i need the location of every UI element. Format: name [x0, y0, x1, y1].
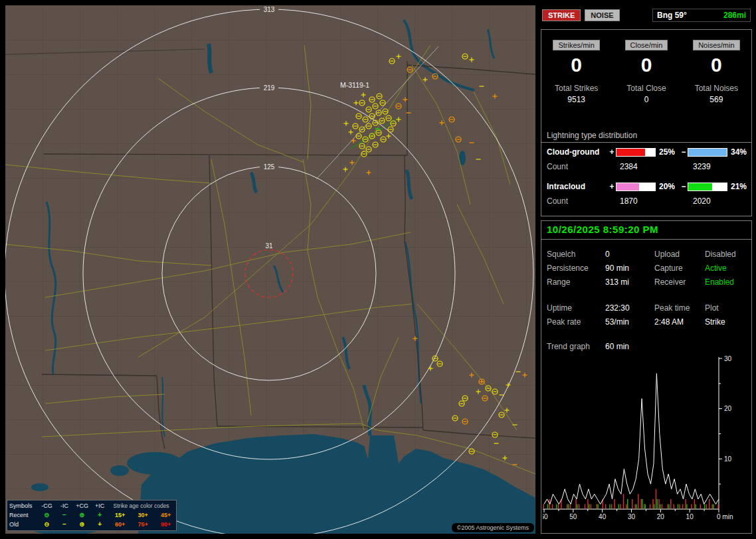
- svg-text:313: 313: [264, 6, 275, 13]
- ic-positive-count: 1870: [620, 196, 693, 206]
- recent-pos-ic-icon: +: [92, 510, 108, 519]
- status-row-squelch: Squelch 0 Upload Disabled: [541, 250, 751, 259]
- svg-text:125: 125: [264, 163, 275, 171]
- persistence-value: 90 min: [605, 264, 654, 273]
- cg-negative-pct: 34%: [727, 147, 751, 157]
- bearing-value: Bng 59°: [657, 11, 687, 20]
- peak-time-label: Peak time: [654, 303, 705, 313]
- status-row-uptime: Uptime 232:30 Peak time Plot: [541, 303, 751, 313]
- range-label: Range: [547, 277, 605, 287]
- uptime-label: Uptime: [547, 303, 605, 313]
- age-75: 75+: [132, 520, 153, 529]
- old-pos-ic-icon: +: [92, 520, 108, 528]
- trend-graph-window: 60 min: [605, 342, 629, 351]
- datetime-display: 10/26/2025 8:59:20 PM: [541, 221, 751, 240]
- squelch-value: 0: [605, 250, 654, 259]
- svg-text:30: 30: [724, 355, 732, 362]
- range-value: 313 mi: [605, 277, 654, 287]
- plus-sign: +: [608, 182, 616, 191]
- old-pos-cg-icon: ⊕: [74, 520, 90, 528]
- bearing-range-value: 286mi: [723, 11, 746, 20]
- age-45: 45+: [155, 511, 177, 520]
- top-controls: STRIKE NOISE Bng 59° 286mi: [542, 9, 751, 22]
- total-noises-label: Total Noises: [695, 84, 738, 93]
- status-row-peak-rate: Peak rate 53/min 2:48 AM Strike: [541, 317, 751, 327]
- ic-positive-pct: 20%: [656, 182, 680, 191]
- svg-text:20: 20: [724, 405, 732, 412]
- status-panel: 10/26/2025 8:59:20 PM Squelch 0 Upload D…: [541, 220, 752, 534]
- nexstorm-app: 31321912531 M-3119-1 Symbols -CG -IC +CG…: [0, 0, 756, 539]
- cg-positive-bar: [616, 148, 656, 157]
- status-row-persistence: Persistence 90 min Capture Active: [541, 264, 751, 273]
- total-strikes-value: 9513: [567, 95, 585, 104]
- capture-label: Capture: [654, 264, 705, 273]
- minus-sign: −: [680, 147, 688, 157]
- svg-text:30: 30: [628, 513, 636, 520]
- plus-sign: +: [608, 147, 616, 157]
- peak-rate-value: 53/min: [605, 317, 654, 327]
- trend-graph-label: Trend graph: [547, 342, 605, 351]
- ic-positive-bar: [616, 183, 656, 191]
- cloud-ground-counts: Count 2384 3239: [547, 162, 751, 171]
- plot-value: Strike: [705, 317, 751, 327]
- svg-text:60: 60: [543, 513, 548, 520]
- legend-recent-label: Recent: [9, 511, 37, 520]
- legend-recent-row: Recent ⊖ − ⊕ + 15+ 30+ 45+: [9, 510, 174, 520]
- intracloud-label: Intracloud: [547, 182, 608, 191]
- lake-pontchartrain: [127, 452, 183, 475]
- peak-rate-label: Peak rate: [547, 317, 605, 327]
- strikes-per-min-label: Strikes/min: [553, 40, 599, 50]
- svg-text:40: 40: [599, 513, 607, 520]
- cg-negative-count: 3239: [693, 162, 711, 171]
- strike-indicator-button[interactable]: STRIKE: [542, 9, 581, 21]
- legend-col-neg-cg: -CG: [39, 502, 55, 510]
- lightning-map[interactable]: 31321912531 M-3119-1: [5, 5, 535, 534]
- copyright-text: ©2005 Astrogenic Systems: [452, 523, 534, 532]
- minus-sign: −: [680, 182, 688, 191]
- recent-neg-cg-icon: ⊖: [39, 510, 55, 519]
- svg-text:219: 219: [264, 84, 275, 92]
- receiver-label: Receiver: [654, 277, 705, 287]
- recent-pos-cg-icon: ⊕: [74, 510, 90, 519]
- total-labels: Total Strikes Total Close Total Noises: [541, 84, 751, 93]
- close-per-min-label: Close/min: [625, 40, 668, 50]
- age-90: 90+: [155, 520, 177, 529]
- persistence-label: Persistence: [547, 264, 605, 273]
- receiver-status: Enabled: [705, 277, 751, 287]
- cloud-ground-label: Cloud-ground: [547, 147, 608, 157]
- noise-indicator-button[interactable]: NOISE: [585, 9, 619, 21]
- age-15: 15+: [110, 511, 131, 520]
- upload-status: Disabled: [705, 250, 751, 259]
- age-60: 60+: [110, 520, 131, 529]
- rate-values: 0 0 0: [541, 54, 751, 76]
- total-strikes-label: Total Strikes: [555, 84, 598, 93]
- old-neg-ic-icon: −: [56, 520, 72, 528]
- svg-text:0 min: 0 min: [717, 513, 733, 520]
- legend-col-pos-ic: +IC: [92, 502, 108, 510]
- upload-label: Upload: [654, 250, 705, 259]
- ic-negative-count: 2020: [693, 196, 711, 206]
- legend-old-row: Old ⊖ − ⊕ + 60+ 75+ 90+: [9, 520, 174, 529]
- distribution-title: Lightning type distribution: [547, 131, 751, 140]
- map-area[interactable]: 31321912531 M-3119-1 Symbols -CG -IC +CG…: [5, 5, 535, 534]
- svg-text:10: 10: [686, 513, 694, 520]
- divider: [541, 142, 751, 143]
- legend-header-row: Symbols -CG -IC +CG +IC Strike age color…: [9, 502, 174, 510]
- close-per-min-value: 0: [641, 54, 652, 76]
- intracloud-counts: Count 1870 2020: [547, 196, 751, 206]
- svg-text:10: 10: [724, 455, 732, 463]
- cg-positive-pct: 25%: [656, 147, 680, 157]
- side-panel: STRIKE NOISE Bng 59° 286mi Strikes/min C…: [539, 0, 756, 539]
- ic-negative-pct: 21%: [727, 182, 751, 191]
- count-label: Count: [547, 196, 620, 206]
- age-30: 30+: [132, 511, 153, 520]
- map-legend: Symbols -CG -IC +CG +IC Strike age color…: [7, 500, 177, 531]
- legend-old-label: Old: [9, 520, 37, 529]
- ic-negative-bar: [688, 183, 727, 191]
- trend-graph-header: Trend graph 60 min: [541, 342, 751, 351]
- noises-per-min-label: Noises/min: [693, 40, 739, 50]
- old-neg-cg-icon: ⊖: [39, 520, 55, 528]
- rate-headers: Strikes/min Close/min Noises/min: [541, 40, 751, 50]
- squelch-label: Squelch: [547, 250, 605, 259]
- cg-negative-bar: [688, 148, 727, 157]
